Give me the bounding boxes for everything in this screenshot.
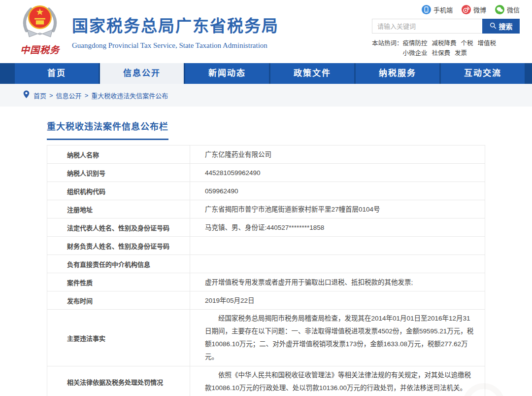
- row-label: 发布时间: [47, 291, 190, 310]
- weibo-link[interactable]: 微博: [462, 5, 486, 14]
- row-value: 经国家税务总局揭阳市税务局稽查局检查，发现其在2014年01月01日至2016年…: [190, 310, 485, 366]
- row-value: [190, 237, 485, 255]
- hot-word-link[interactable]: 个税: [461, 38, 473, 48]
- row-label: 法定代表人姓名、性别及身份证号码: [47, 218, 190, 237]
- row-value: 445281059962490: [190, 164, 485, 182]
- row-label: 纳税人识别号: [47, 164, 190, 182]
- table-row: 负有直接责任的中介机构信息: [47, 255, 485, 273]
- breadcrumb-current[interactable]: 重大税收违法失信案件公布: [91, 91, 168, 100]
- breadcrumb-separator: >: [85, 92, 89, 99]
- main-nav: 首页 信息公开 新闻动态 政策文件 纳税服务 互动交流: [0, 63, 532, 84]
- site-subtitle: Guangdong Provincial Tax Service, State …: [72, 41, 279, 50]
- row-label: 财务负责人姓名、性别及身份证号码: [47, 237, 190, 255]
- row-value: 059962490: [190, 182, 485, 200]
- hot-word-link[interactable]: 小微企业: [403, 48, 428, 58]
- row-value: 虚开增值税专用发票或者虚开用于骗取出口退税、抵扣税款的其他发票;: [190, 273, 485, 291]
- hot-word-link[interactable]: 减税降费: [432, 38, 457, 48]
- nav-tab-tax-service[interactable]: 纳税服务: [356, 63, 439, 84]
- table-row: 注册地址 广东省揭阳市普宁市池尾街道新寮村新平里27幢首层0104号: [47, 200, 485, 218]
- search-bar: 搜索: [372, 19, 520, 34]
- breadcrumb-separator: >: [49, 92, 53, 99]
- nav-tab-home[interactable]: 首页: [15, 63, 99, 84]
- tax-emblem-icon: [17, 35, 63, 43]
- breadcrumb-bar: 首页 > 信息公开 > 重大税收违法失信案件公布: [0, 84, 532, 107]
- row-label: 注册地址: [47, 200, 190, 218]
- nav-tab-interaction[interactable]: 互动交流: [441, 63, 525, 84]
- quick-link-label: 微博: [473, 5, 486, 14]
- row-value: 广东省揭阳市普宁市池尾街道新寮村新平里27幢首层0104号: [190, 200, 485, 218]
- wechat-icon: [495, 5, 504, 14]
- table-row: 主要违法事实 经国家税务总局揭阳市税务局稽查局检查，发现其在2014年01月01…: [47, 310, 485, 366]
- row-label: 主要违法事实: [47, 310, 190, 366]
- row-label: 组织机构代码: [47, 182, 190, 200]
- table-row: 相关法律依据及税务处理处罚情况 依照《中华人民共和国税收征收管理法》等相关法律法…: [47, 366, 485, 396]
- wechat-link[interactable]: 微信: [495, 5, 520, 14]
- quick-link-label: 微信: [507, 5, 520, 14]
- hot-words-prefix: 本站热词：: [372, 38, 403, 58]
- mobile-icon: [422, 5, 431, 14]
- breadcrumb-info-disclosure[interactable]: 信息公开: [56, 91, 82, 100]
- row-value: [190, 255, 485, 273]
- nav-tab-news[interactable]: 新闻动态: [185, 63, 269, 84]
- search-input[interactable]: [372, 19, 482, 34]
- quick-link-label: 手机端: [433, 5, 453, 14]
- search-button[interactable]: 搜索: [482, 19, 520, 34]
- row-label: 案件性质: [47, 273, 190, 291]
- hot-words: 本站热词： 疫情防控 减税降费 个税 增值税 小微企业 社保费 发票: [372, 38, 520, 58]
- logo-caption: 中国税务: [13, 42, 67, 56]
- site-logo[interactable]: 中国税务: [13, 3, 67, 56]
- row-value: 2019年05月22日: [190, 291, 485, 310]
- search-icon: [490, 22, 497, 31]
- hot-word-link[interactable]: 疫情防控: [403, 38, 428, 48]
- nav-tab-info-disclosure[interactable]: 信息公开: [100, 63, 184, 84]
- site-title: 国家税务总局广东省税务局: [72, 13, 279, 36]
- table-row: 纳税人识别号 445281059962490: [47, 164, 485, 182]
- brand-block: 国家税务总局广东省税务局 Guangdong Provincial Tax Se…: [72, 13, 279, 50]
- location-pin-icon: [23, 90, 30, 101]
- quick-links: 手机端 微博 微信: [372, 5, 520, 14]
- hot-word-link[interactable]: 发票: [455, 48, 467, 58]
- table-row: 财务负责人姓名、性别及身份证号码: [47, 237, 485, 255]
- row-value: 马克镇、男、身份证:440527********1858: [190, 218, 485, 237]
- site-header: 中国税务 国家税务总局广东省税务局 Guangdong Provincial T…: [0, 0, 532, 63]
- nav-tab-policy[interactable]: 政策文件: [270, 63, 354, 84]
- breadcrumb: 首页 > 信息公开 > 重大税收违法失信案件公布: [33, 91, 168, 100]
- breadcrumb-home[interactable]: 首页: [33, 91, 46, 100]
- table-row: 组织机构代码 059962490: [47, 182, 485, 200]
- mobile-app-link[interactable]: 手机端: [422, 5, 453, 14]
- main-content: 重大税收违法案件信息公布栏 纳税人名称 广东亿隆药业有限公司 纳税人识别号 44…: [0, 107, 532, 396]
- search-button-label: 搜索: [499, 21, 513, 31]
- row-value: 依照《中华人民共和国税收征收管理法》等相关法律法规的有关规定，对其处以追缴税款1…: [190, 366, 485, 396]
- row-label: 相关法律依据及税务处理处罚情况: [47, 366, 190, 396]
- table-row: 纳税人名称 广东亿隆药业有限公司: [47, 145, 485, 164]
- hot-word-link[interactable]: 增值税: [478, 38, 497, 48]
- header-right: 手机端 微博 微信 搜索: [372, 5, 520, 58]
- row-label: 负有直接责任的中介机构信息: [47, 255, 190, 273]
- row-value: 广东亿隆药业有限公司: [190, 145, 485, 164]
- row-label: 纳税人名称: [47, 145, 190, 164]
- weibo-icon: [462, 5, 471, 14]
- table-row: 发布时间 2019年05月22日: [47, 291, 485, 310]
- hot-word-link[interactable]: 社保费: [432, 48, 451, 58]
- case-info-table: 纳税人名称 广东亿隆药业有限公司 纳税人识别号 445281059962490 …: [47, 145, 485, 396]
- page-title: 重大税收违法案件信息公布栏: [47, 119, 168, 140]
- table-row: 案件性质 虚开增值税专用发票或者虚开用于骗取出口退税、抵扣税款的其他发票;: [47, 273, 485, 291]
- table-row: 法定代表人姓名、性别及身份证号码 马克镇、男、身份证:440527*******…: [47, 218, 485, 237]
